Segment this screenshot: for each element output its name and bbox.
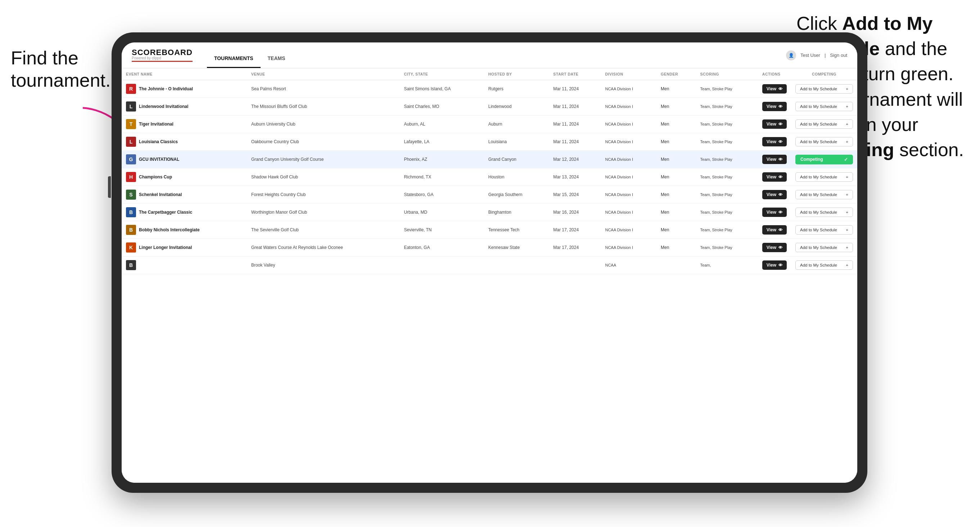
cell-date: Mar 11, 2024 [549, 80, 601, 98]
add-to-schedule-button[interactable]: Add to My Schedule + [795, 260, 853, 270]
cell-competing: Add to My Schedule + [791, 168, 857, 186]
view-label: View [767, 210, 776, 215]
view-button[interactable]: View 👁 [762, 102, 787, 111]
cell-event-name: B The Carpetbagger Classic [122, 203, 247, 221]
cell-scoring: Team, Stroke Play [696, 98, 758, 116]
cell-gender: Men [657, 98, 696, 116]
add-schedule-label: Add to My Schedule [800, 210, 837, 214]
col-competing: COMPETING [791, 68, 857, 80]
col-city-state: CITY, STATE [399, 68, 484, 80]
cell-date: Mar 17, 2024 [549, 221, 601, 239]
plus-icon: + [846, 210, 848, 214]
tab-teams[interactable]: TEAMS [261, 43, 293, 68]
add-schedule-label: Add to My Schedule [800, 228, 837, 232]
cell-venue: Shadow Hawk Golf Club [247, 168, 399, 186]
view-button[interactable]: View 👁 [762, 260, 787, 270]
cell-hosted: Houston [484, 168, 549, 186]
cell-city: Eatonton, GA [399, 239, 484, 257]
cell-division: NCAA Division I [601, 98, 657, 116]
cell-scoring: Team, Stroke Play [696, 203, 758, 221]
cell-hosted: Louisiana [484, 133, 549, 151]
table-row: S Schenkel Invitational Forest Heights C… [122, 186, 857, 203]
team-logo: T [126, 119, 136, 129]
eye-icon: 👁 [778, 140, 783, 144]
cell-division: NCAA Division I [601, 221, 657, 239]
cell-gender: Men [657, 239, 696, 257]
cell-scoring: Team, Stroke Play [696, 221, 758, 239]
cell-scoring: Team, Stroke Play [696, 168, 758, 186]
cell-venue: Forest Heights Country Club [247, 186, 399, 203]
cell-event-name: R The Johnnie - O Individual [122, 80, 247, 98]
add-to-schedule-button[interactable]: Add to My Schedule + [795, 137, 853, 146]
col-scoring: SCORING [696, 68, 758, 80]
cell-hosted [484, 257, 549, 274]
eye-icon: 👁 [778, 122, 783, 126]
cell-division: NCAA Division I [601, 151, 657, 168]
table-body: R The Johnnie - O Individual Sea Palms R… [122, 80, 857, 274]
tab-tournaments[interactable]: TOURNAMENTS [207, 43, 261, 68]
annotation-left: Find the tournament. [11, 47, 111, 92]
add-to-schedule-button[interactable]: Add to My Schedule + [795, 243, 853, 252]
cell-hosted: Grand Canyon [484, 151, 549, 168]
add-to-schedule-button[interactable]: Add to My Schedule + [795, 190, 853, 199]
cell-city: Urbana, MD [399, 203, 484, 221]
view-button[interactable]: View 👁 [762, 137, 787, 146]
eye-icon: 👁 [778, 228, 783, 232]
view-button[interactable]: View 👁 [762, 208, 787, 217]
view-button[interactable]: View 👁 [762, 119, 787, 129]
view-button[interactable]: View 👁 [762, 243, 787, 252]
cell-date: Mar 11, 2024 [549, 98, 601, 116]
event-name-text: Schenkel Invitational [139, 192, 182, 197]
event-name-text: Lindenwood Invitational [139, 104, 188, 109]
view-button[interactable]: View 👁 [762, 172, 787, 182]
add-to-schedule-button[interactable]: Add to My Schedule + [795, 84, 853, 94]
table-row: G GCU INVITATIONAL Grand Canyon Universi… [122, 151, 857, 168]
cell-scoring: Team, Stroke Play [696, 151, 758, 168]
event-name-text: The Carpetbagger Classic [139, 210, 192, 215]
logo-sub: Powered by clippd [132, 57, 192, 60]
cell-hosted: Lindenwood [484, 98, 549, 116]
logo-text: SCOREBOARD [132, 49, 192, 57]
cell-gender: Men [657, 186, 696, 203]
team-logo: K [126, 243, 136, 252]
table-header-row: EVENT NAME VENUE CITY, STATE HOSTED BY S… [122, 68, 857, 80]
view-button[interactable]: View 👁 [762, 84, 787, 94]
cell-competing: Add to My Schedule + [791, 186, 857, 203]
tablet-side-button [108, 176, 111, 198]
cell-competing: Add to My Schedule + [791, 98, 857, 116]
view-button[interactable]: View 👁 [762, 155, 787, 164]
eye-icon: 👁 [778, 175, 783, 179]
add-schedule-label: Add to My Schedule [800, 104, 837, 109]
cell-event-name: T Tiger Invitational [122, 116, 247, 133]
cell-scoring: Team, [696, 257, 758, 274]
cell-hosted: Rutgers [484, 80, 549, 98]
cell-event-name: B [122, 257, 247, 274]
cell-date: Mar 15, 2024 [549, 186, 601, 203]
add-to-schedule-button[interactable]: Add to My Schedule + [795, 208, 853, 217]
cell-actions: View 👁 [758, 133, 791, 151]
plus-icon: + [846, 245, 848, 250]
view-label: View [767, 104, 776, 109]
cell-division: NCAA Division I [601, 80, 657, 98]
cell-venue: The Sevierville Golf Club [247, 221, 399, 239]
cell-city: Saint Charles, MO [399, 98, 484, 116]
cell-gender [657, 257, 696, 274]
add-to-schedule-button[interactable]: Add to My Schedule + [795, 119, 853, 129]
cell-date: Mar 13, 2024 [549, 168, 601, 186]
cell-city: Phoenix, AZ [399, 151, 484, 168]
view-button[interactable]: View 👁 [762, 225, 787, 235]
col-start-date: START DATE [549, 68, 601, 80]
add-to-schedule-button[interactable]: Add to My Schedule + [795, 172, 853, 182]
view-button[interactable]: View 👁 [762, 190, 787, 199]
add-to-schedule-button[interactable]: Add to My Schedule + [795, 225, 853, 235]
team-logo: L [126, 137, 136, 147]
add-to-schedule-button[interactable]: Add to My Schedule + [795, 102, 853, 111]
cell-date: Mar 11, 2024 [549, 116, 601, 133]
cell-hosted: Auburn [484, 116, 549, 133]
sign-out-link[interactable]: Sign out [830, 52, 847, 58]
cell-gender: Men [657, 168, 696, 186]
team-logo: L [126, 102, 136, 111]
plus-icon: + [846, 122, 848, 126]
competing-button[interactable]: Competing ✓ [795, 155, 853, 164]
cell-scoring: Team, Stroke Play [696, 133, 758, 151]
